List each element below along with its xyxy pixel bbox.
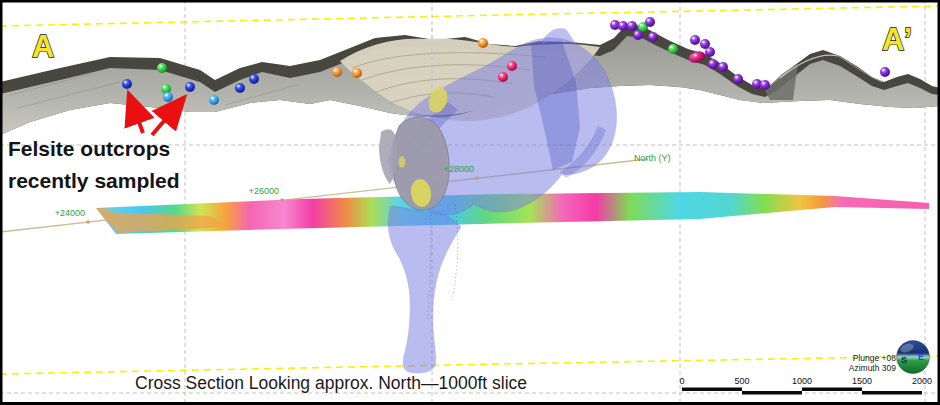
view-orientation: Plunge +08 Azimuth 309	[849, 353, 897, 373]
collar-point-blue[interactable]	[122, 79, 132, 89]
scale-bar-segment	[802, 388, 862, 392]
section-start-label: A	[32, 29, 55, 64]
collar-highlight	[702, 41, 705, 44]
collar-point-blue[interactable]	[235, 83, 245, 93]
collar-point-purple[interactable]	[733, 74, 743, 84]
collar-point-cyan[interactable]	[163, 92, 173, 102]
scale-bar-number: 1500	[852, 376, 872, 386]
compass-east-label: E	[918, 352, 924, 362]
collar-point-cyan[interactable]	[209, 95, 219, 105]
axis-tick-mark	[476, 177, 479, 180]
collar-point-green[interactable]	[668, 44, 678, 54]
scale-bar-number: 0	[679, 376, 684, 386]
collar-point-orange[interactable]	[332, 67, 342, 77]
collar-highlight	[720, 64, 723, 67]
collar-point-pink[interactable]	[507, 61, 517, 71]
compass-south-label: S	[901, 355, 907, 365]
collar-highlight	[187, 84, 190, 87]
scale-bar-segment	[862, 391, 922, 395]
collar-highlight	[670, 46, 673, 49]
collar-highlight	[165, 94, 168, 97]
collar-highlight	[882, 69, 885, 72]
collar-point-purple[interactable]	[645, 17, 655, 27]
collar-point-orange[interactable]	[352, 68, 362, 78]
collar-highlight	[692, 37, 695, 40]
collar-highlight	[620, 23, 623, 26]
scale-bar-segment	[742, 391, 802, 395]
collar-highlight	[694, 54, 697, 57]
collar-highlight	[480, 40, 483, 43]
collar-point-pink[interactable]	[498, 72, 508, 82]
collar-point-purple[interactable]	[880, 67, 890, 77]
axis-tick-label: +28000	[444, 164, 474, 174]
collar-highlight	[500, 74, 503, 77]
cross-section-scene[interactable]: +24000+26000+28000 North (Y) Felsite out…	[0, 0, 940, 405]
collar-point-purple[interactable]	[760, 80, 770, 90]
axis-tick-label: +24000	[55, 208, 85, 218]
caption-text: Cross Section Looking approx. North—1000…	[135, 373, 527, 393]
collar-point-blue[interactable]	[249, 74, 259, 84]
collar-highlight	[124, 81, 127, 84]
annotation-line1: Felsite outcrops	[8, 137, 170, 160]
collar-highlight	[237, 85, 240, 88]
collar-point-blue[interactable]	[185, 82, 195, 92]
collar-point-purple[interactable]	[718, 62, 728, 72]
compass-globe[interactable]: S E	[897, 341, 930, 374]
scale-bar-segment	[682, 388, 742, 392]
collar-point-purple[interactable]	[708, 59, 718, 69]
yellow-patch-small	[399, 156, 406, 168]
scale-bar-number: 2000	[912, 376, 932, 386]
collar-highlight	[629, 23, 632, 26]
axis-tick-mark	[87, 221, 90, 224]
collar-highlight	[612, 22, 615, 25]
collar-highlight	[640, 24, 643, 27]
collar-point-purple[interactable]	[648, 32, 658, 42]
axis-tick-mark	[281, 199, 284, 202]
collar-highlight	[710, 61, 713, 64]
collar-point-purple[interactable]	[633, 30, 643, 40]
collar-point-purple[interactable]	[690, 35, 700, 45]
collar-highlight	[509, 63, 512, 66]
azimuth-label: Azimuth 309	[849, 363, 897, 373]
collar-highlight	[251, 76, 254, 79]
axis-tick-label: +26000	[249, 186, 279, 196]
collar-highlight	[707, 49, 710, 52]
collar-point-purple[interactable]	[627, 21, 637, 31]
collar-highlight	[635, 32, 638, 35]
scale-bar-number: 1000	[792, 376, 812, 386]
collar-highlight	[211, 97, 214, 100]
plunge-label: Plunge +08	[853, 353, 897, 363]
collar-point-green[interactable]	[157, 63, 167, 73]
collar-highlight	[334, 69, 337, 72]
collar-highlight	[754, 81, 757, 84]
collar-highlight	[650, 34, 653, 37]
collar-highlight	[354, 70, 357, 73]
collar-highlight	[735, 76, 738, 79]
collar-point-purple[interactable]	[705, 47, 715, 57]
collar-highlight	[163, 86, 166, 89]
scale-bar-number: 500	[734, 376, 749, 386]
collar-highlight	[762, 82, 765, 85]
collar-highlight	[647, 19, 650, 22]
viewport-3d[interactable]: +24000+26000+28000 North (Y) Felsite out…	[0, 0, 940, 405]
annotation-line2: recently sampled	[8, 169, 180, 192]
collar-point-orange[interactable]	[478, 38, 488, 48]
collar-highlight	[159, 65, 162, 68]
collar-point-purple[interactable]	[618, 21, 628, 31]
axis-name-label: North (Y)	[634, 153, 671, 163]
section-end-label: A’	[882, 22, 913, 57]
